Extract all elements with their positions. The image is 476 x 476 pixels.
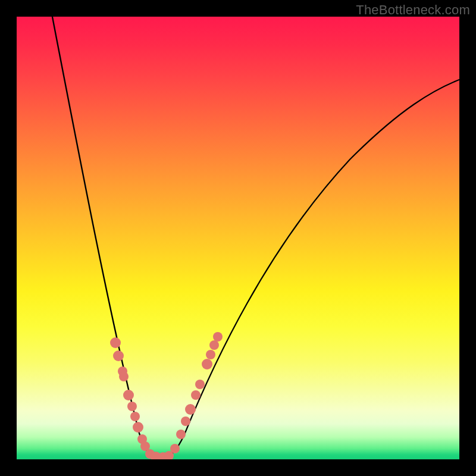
outer-frame: TheBottleneck.com [0,0,476,476]
left-curve [51,17,163,457]
data-dot [119,372,129,381]
data-dot [110,337,121,348]
data-dot [185,404,196,415]
data-dot [191,390,201,400]
curve-group [51,17,459,457]
dots-right-branch [170,332,223,453]
plot-area [17,17,459,459]
data-dot [113,350,124,361]
right-curve [163,76,459,457]
data-dot [195,380,205,389]
dots-left-branch [110,337,150,451]
data-dot [176,430,186,439]
data-dot [170,444,180,453]
data-dot [181,416,190,426]
data-dot [202,359,212,369]
watermark-text: TheBottleneck.com [356,2,470,18]
data-dot [133,422,143,433]
data-dot [209,340,219,350]
data-dot [130,412,140,421]
dots-bottom [145,449,174,459]
data-dot [123,390,134,400]
chart-svg [17,17,459,459]
data-dot [213,332,223,342]
data-dot [206,350,215,359]
data-dot [127,402,137,411]
